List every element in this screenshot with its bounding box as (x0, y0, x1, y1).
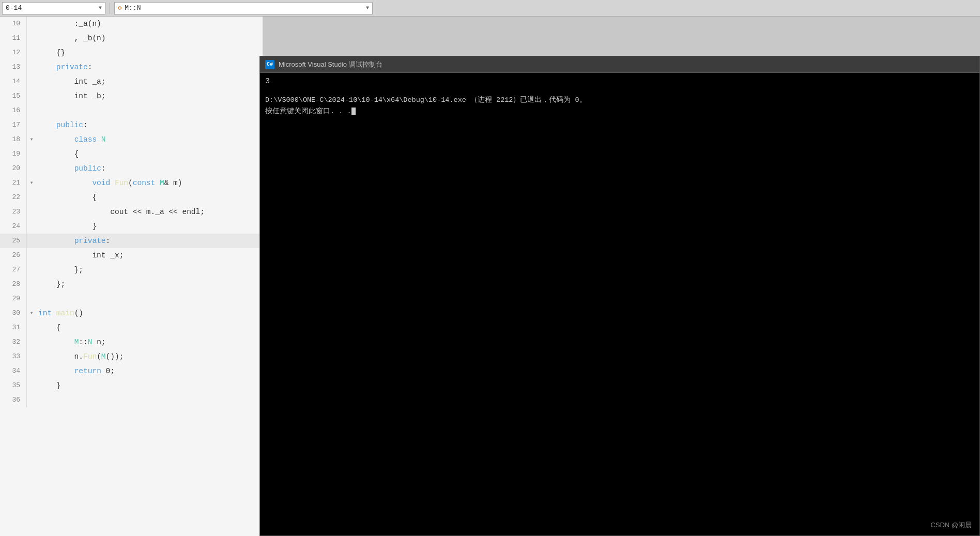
code-content: }; (36, 263, 263, 277)
code-line: 20 public: (0, 161, 263, 176)
line-number: 36 (0, 393, 27, 407)
line-number: 27 (0, 263, 27, 277)
line-number: 15 (0, 89, 27, 103)
console-body: 3 D:\VS000\ONE-C\2024-10\10-14\x64\Debug… (260, 73, 979, 535)
code-line: 27 }; (0, 263, 263, 277)
code-content: cout << m._a << endl; (36, 205, 263, 219)
line-number: 35 (0, 378, 27, 393)
toolbar: 0-14 ▼ ⚙ M::N ▼ (0, 0, 980, 17)
code-content: } (36, 378, 263, 393)
line-number: 20 (0, 161, 27, 176)
line-number: 25 (0, 234, 27, 248)
code-content: int _b; (36, 89, 263, 103)
code-line: 36 (0, 393, 263, 407)
code-line: 28 }; (0, 277, 263, 292)
console-title: Microsoft Visual Studio 调试控制台 (279, 60, 382, 69)
collapse-icon[interactable]: ▾ (27, 132, 36, 147)
console-output-prompt: 按任意键关闭此窗口. . . (265, 106, 974, 117)
code-line: 11 , _b(n) (0, 31, 263, 45)
line-number: 26 (0, 248, 27, 263)
line-number: 30 (0, 306, 27, 320)
code-line: 22 { (0, 190, 263, 205)
code-content: , _b(n) (36, 31, 263, 45)
line-number: 17 (0, 118, 27, 132)
console-cursor (351, 108, 356, 115)
line-number: 12 (0, 45, 27, 60)
console-app-icon: C# (265, 60, 274, 69)
line-number: 10 (0, 17, 27, 31)
right-dropdown-arrow: ▼ (366, 5, 369, 11)
line-number: 22 (0, 190, 27, 205)
code-line: 33 n.Fun(M()); (0, 349, 263, 364)
collapse-icon[interactable]: ▾ (27, 306, 36, 320)
code-content: int main() (36, 306, 263, 320)
console-titlebar: C# Microsoft Visual Studio 调试控制台 (260, 56, 979, 73)
code-line: 19 { (0, 147, 263, 161)
code-line: 15 int _b; (0, 89, 263, 103)
watermark: CSDN @闲晨 (930, 520, 972, 530)
left-dropdown[interactable]: 0-14 ▼ (2, 2, 105, 14)
code-line: 10 :_a(n) (0, 17, 263, 31)
code-content: private: (36, 60, 263, 74)
line-number: 13 (0, 60, 27, 74)
code-line: 25 private: (0, 234, 263, 248)
code-content: { (36, 147, 263, 161)
collapse-icon[interactable]: ▾ (27, 176, 36, 190)
code-content: void Fun(const M& m) (36, 176, 263, 190)
code-line: 35 } (0, 378, 263, 393)
code-editor: 10 :_a(n)11 , _b(n)12 {}13 private:14 in… (0, 17, 263, 536)
code-content: {} (36, 45, 263, 60)
line-number: 19 (0, 147, 27, 161)
code-content: return 0; (36, 364, 263, 378)
code-line: 12 {} (0, 45, 263, 60)
line-number: 28 (0, 277, 27, 292)
code-line: 23 cout << m._a << endl; (0, 205, 263, 219)
code-content: }; (36, 277, 263, 292)
code-lines: 10 :_a(n)11 , _b(n)12 {}13 private:14 in… (0, 17, 263, 407)
code-content: { (36, 320, 263, 335)
code-line: 16 (0, 103, 263, 118)
line-number: 31 (0, 320, 27, 335)
line-number: 34 (0, 364, 27, 378)
code-content: public: (36, 161, 263, 176)
line-number: 11 (0, 31, 27, 45)
line-number: 23 (0, 205, 27, 219)
code-line: 34 return 0; (0, 364, 263, 378)
code-line: 24 } (0, 219, 263, 234)
code-line: 18▾ class N (0, 132, 263, 147)
code-line: 26 int _x; (0, 248, 263, 263)
line-number: 16 (0, 103, 27, 118)
code-content: private: (36, 234, 263, 248)
console-output-number: 3 (265, 76, 974, 87)
left-dropdown-value: 0-14 (6, 4, 22, 12)
code-content: public: (36, 118, 263, 132)
code-content: :_a(n) (36, 17, 263, 31)
line-number: 18 (0, 132, 27, 147)
code-content: int _x; (36, 248, 263, 263)
code-line: 13 private: (0, 60, 263, 74)
line-number: 21 (0, 176, 27, 190)
code-content: n.Fun(M()); (36, 349, 263, 364)
toolbar-separator (110, 3, 110, 14)
code-line: 30▾int main() (0, 306, 263, 320)
code-line: 14 int _a; (0, 74, 263, 89)
code-line: 31 { (0, 320, 263, 335)
code-line: 29 (0, 292, 263, 306)
line-number: 29 (0, 292, 27, 306)
code-line: 32 M::N n; (0, 335, 263, 349)
line-number: 24 (0, 219, 27, 234)
code-content: } (36, 219, 263, 234)
code-content: M::N n; (36, 335, 263, 349)
code-line: 21▾ void Fun(const M& m) (0, 176, 263, 190)
code-content: class N (36, 132, 263, 147)
right-dropdown-value: M::N (125, 4, 141, 12)
code-content: { (36, 190, 263, 205)
left-dropdown-arrow: ▼ (99, 5, 102, 11)
line-number: 14 (0, 74, 27, 89)
member-icon: ⚙ (118, 4, 121, 12)
right-dropdown[interactable]: ⚙ M::N ▼ (114, 2, 373, 14)
console-output-path: D:\VS000\ONE-C\2024-10\10-14\x64\Debug\1… (265, 95, 974, 106)
console-window[interactable]: C# Microsoft Visual Studio 调试控制台 3 D:\VS… (259, 56, 980, 536)
line-number: 32 (0, 335, 27, 349)
code-line: 17 public: (0, 118, 263, 132)
